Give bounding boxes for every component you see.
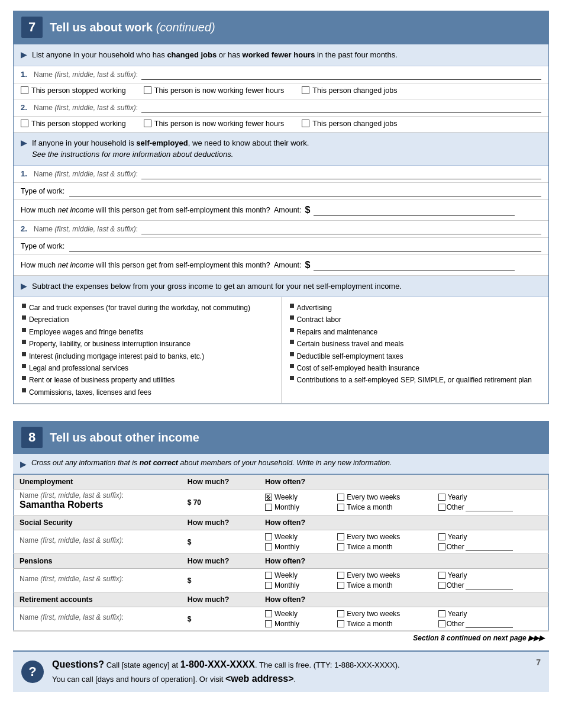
s8-instruction: ▶ Cross out any information that is not … [13,454,549,474]
category-label: Unemployment [14,475,182,489]
yearly-checkbox[interactable] [438,572,445,579]
yearly-option[interactable]: Yearly [438,571,542,579]
other-checkbox[interactable] [438,543,445,550]
other-checkbox[interactable] [438,582,445,589]
every-two-weeks-option[interactable]: Every two weeks [337,571,429,579]
monthly-option[interactable]: Monthly [265,543,329,551]
weekly-option[interactable]: Weekly [265,610,329,618]
twice-month-option[interactable]: Twice a month [337,581,429,590]
monthly-option[interactable]: Monthly [265,581,329,590]
expense-item: Interest (including mortgage interest pa… [22,350,273,362]
bullet [290,352,294,356]
arrow-icon-3: ▶ [21,281,27,291]
bullet [22,340,26,344]
every-two-weeks-checkbox[interactable] [337,610,344,617]
category-row: Unemployment How much? How often? [14,475,549,489]
bullet [290,364,294,368]
income-data-row: Name (first, middle, last & suffix):$ We… [14,530,549,554]
person1-fewer-hours-checkbox[interactable] [144,86,151,94]
bullet [22,315,26,320]
bullet [22,328,26,332]
category-row: Pensions How much? How often? [14,554,549,569]
twice-month-checkbox[interactable] [337,582,344,589]
expense-item: Legal and professional services [22,362,273,374]
bullet [22,388,26,392]
income-data-row: Name (first, middle, last & suffix):$ We… [14,607,549,631]
yearly-option[interactable]: Yearly [438,533,542,541]
person1-changed-jobs[interactable]: This person changed jobs [302,86,397,95]
person2-fewer-hours-checkbox[interactable] [144,120,151,127]
income-data-row: Name (first, middle, last & suffix):Sama… [14,489,549,516]
section7-number: 7 [21,17,43,38]
weekly-checkbox[interactable] [265,533,272,540]
monthly-checkbox[interactable] [265,582,272,589]
section-continued: Section 8 continued on next page ▶▶▶ [13,631,549,645]
weekly-checkbox[interactable]: ⨯ [265,494,272,501]
weekly-option[interactable]: Weekly [265,571,329,579]
how-much-header: How much? [182,475,259,489]
yearly-checkbox[interactable] [438,494,445,501]
twice-month-option[interactable]: Twice a month [337,620,429,628]
expense-item: Employee wages and fringe benefits [22,326,273,338]
weekly-checkbox[interactable] [265,610,272,617]
arrow-icon-2: ▶ [21,138,27,147]
bullet [290,340,294,344]
bullet [290,328,294,332]
person2-fewer-hours[interactable]: This person is now working fewer hours [144,120,285,128]
monthly-option[interactable]: Monthly [265,503,329,511]
yearly-checkbox[interactable] [438,533,445,540]
expenses-instruction: ▶ Subtract the expenses below from your … [14,276,548,298]
person2-changed-jobs[interactable]: This person changed jobs [302,120,397,128]
person1-changed-jobs-checkbox[interactable] [302,86,309,94]
bullet [290,304,294,308]
monthly-option[interactable]: Monthly [265,620,329,628]
expense-item: Depreciation [22,314,273,326]
other-checkbox[interactable] [438,620,445,627]
weekly-checkbox[interactable] [265,572,272,579]
monthly-checkbox[interactable] [265,620,272,627]
weekly-option[interactable]: Weekly [265,533,329,541]
section8-number: 8 [21,427,43,448]
name-value: Samantha Roberts [20,500,103,510]
twice-month-checkbox[interactable] [337,620,344,627]
person2-checkbox-row: This person stopped working This person … [14,117,548,133]
name-cell: Name (first, middle, last & suffix):Sama… [14,489,182,516]
twice-month-checkbox[interactable] [337,543,344,550]
other-checkbox[interactable] [438,504,445,511]
yearly-option[interactable]: Yearly [438,493,542,501]
person2-changed-jobs-checkbox[interactable] [302,120,309,127]
monthly-checkbox[interactable] [265,504,272,511]
self-employed-text: If anyone in your household is self-empl… [32,137,309,160]
twice-month-option[interactable]: Twice a month [337,543,429,551]
every-two-weeks-checkbox[interactable] [337,572,344,579]
person1-stopped-checkbox[interactable] [21,86,28,94]
expense-item: Contract labor [290,314,541,326]
expenses-text: Subtract the expenses below from your gr… [32,281,402,292]
expense-item: Property, liability, or business interru… [22,338,273,350]
category-label: Pensions [14,554,182,569]
twice-month-checkbox[interactable] [337,504,344,511]
question-icon: ? [21,661,44,683]
changed-jobs-instruction: ▶ List anyone in your household who has … [14,44,548,66]
bullet [290,315,294,320]
expenses-left-col: Car and truck expenses (for travel durin… [14,297,282,403]
se-person2-type-row: Type of work: [14,238,548,255]
monthly-checkbox[interactable] [265,543,272,550]
twice-month-option[interactable]: Twice a month [337,503,429,511]
person2-stopped-checkbox[interactable] [21,120,28,127]
expense-item: Cost of self-employed health insurance [290,362,541,374]
weekly-option[interactable]: ⨯ Weekly [265,493,329,501]
every-two-weeks-checkbox[interactable] [337,533,344,540]
how-often-header: How often? [259,475,549,489]
every-two-weeks-checkbox[interactable] [337,494,344,501]
name-cell: Name (first, middle, last & suffix): [14,607,182,631]
every-two-weeks-option[interactable]: Every two weeks [337,533,429,541]
every-two-weeks-option[interactable]: Every two weeks [337,610,429,618]
yearly-option[interactable]: Yearly [438,610,542,618]
yearly-checkbox[interactable] [438,610,445,617]
person2-stopped-working[interactable]: This person stopped working [21,120,126,128]
every-two-weeks-option[interactable]: Every two weeks [337,493,429,501]
expense-item: Contributions to a self-employed SEP, SI… [290,374,541,386]
person1-stopped-working[interactable]: This person stopped working [21,86,126,95]
person1-fewer-hours[interactable]: This person is now working fewer hours [144,86,285,95]
